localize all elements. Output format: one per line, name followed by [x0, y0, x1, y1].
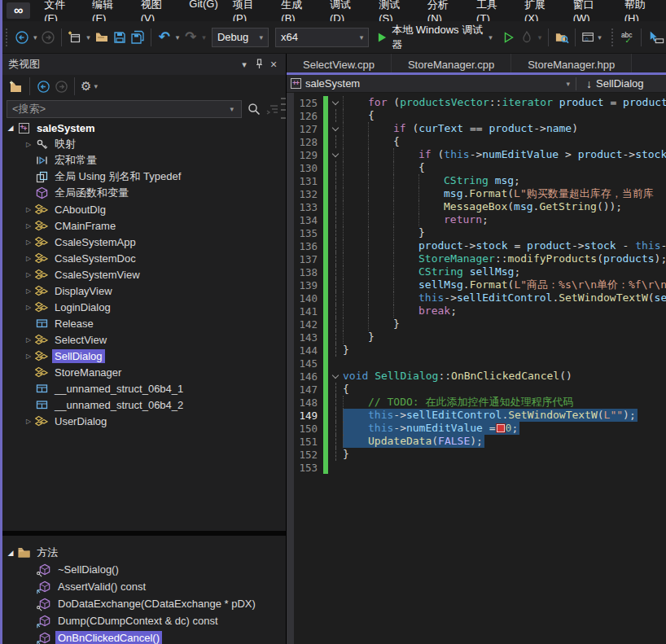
- code-line[interactable]: 138CString sellMsg;: [294, 265, 666, 278]
- code-line[interactable]: 144}: [294, 344, 666, 357]
- redo-button[interactable]: ↷: [182, 27, 199, 48]
- code-line[interactable]: 135}: [294, 226, 666, 239]
- toolbar-grip[interactable]: [6, 28, 9, 46]
- navigate-back-button[interactable]: [13, 27, 31, 48]
- code-line[interactable]: 132msg.Format(L"购买数量超出库存，当前库: [294, 187, 666, 200]
- code-line[interactable]: 143}: [294, 331, 666, 344]
- close-icon[interactable]: ×: [266, 58, 281, 71]
- expanded-arrow-icon[interactable]: ◢: [5, 549, 16, 557]
- tree-item[interactable]: 全局 Using 别名和 Typedef: [0, 169, 286, 185]
- undo-button[interactable]: ↶: [156, 27, 173, 48]
- method-item[interactable]: AssertValid() const: [0, 578, 286, 595]
- toolbar-grip[interactable]: [611, 28, 615, 46]
- code-line[interactable]: 139sellMsg.Format(L"商品：%s\r\n单价：%f\r\n: [294, 278, 666, 291]
- profiler-dropdown-caret[interactable]: ▾: [536, 33, 545, 42]
- start-debugging-button[interactable]: 本地 Windows 调试器 ▾: [377, 23, 495, 52]
- tree-item[interactable]: ▷SelectView: [0, 331, 286, 348]
- fold-chevron-icon[interactable]: [328, 148, 343, 161]
- open-file-button[interactable]: [93, 27, 111, 48]
- code-line[interactable]: 125for (productsVector::iterator product…: [294, 96, 666, 109]
- class-view-titlebar[interactable]: 类视图 ▾ ×: [0, 54, 286, 75]
- code-line[interactable]: 153: [294, 461, 666, 474]
- breakpoint-margin[interactable]: [287, 93, 294, 644]
- pointer-select-button[interactable]: [646, 27, 666, 48]
- code-line[interactable]: 149this->sellEditControl.SetWindowTextW(…: [294, 409, 666, 422]
- splitter-grip[interactable]: [281, 98, 286, 119]
- method-item[interactable]: Dump(CDumpContext & dc) const: [0, 612, 286, 629]
- tree-item[interactable]: ▷CsaleSystemApp: [0, 234, 286, 250]
- tree-item[interactable]: ▷UserDialog: [0, 413, 286, 429]
- collapsed-arrow-icon[interactable]: ▷: [23, 418, 34, 425]
- tree-item[interactable]: ▷CAboutDlg: [0, 201, 286, 217]
- collapsed-arrow-icon[interactable]: ▷: [23, 239, 34, 246]
- find-in-files-button[interactable]: [553, 27, 571, 48]
- pin-icon[interactable]: [252, 59, 266, 71]
- class-view-forward-button[interactable]: [52, 76, 70, 97]
- fold-chevron-icon[interactable]: [328, 96, 343, 109]
- search-button[interactable]: [245, 99, 263, 120]
- class-view-back-button[interactable]: [34, 76, 52, 97]
- code-line[interactable]: 151UpdateData(FALSE);: [294, 435, 666, 448]
- navigate-forward-button[interactable]: [39, 27, 57, 48]
- collapsed-arrow-icon[interactable]: ▷: [23, 141, 34, 148]
- solution-explorer-button[interactable]: ⌂ ▾: [580, 27, 606, 48]
- save-button[interactable]: [111, 27, 129, 48]
- collapsed-arrow-icon[interactable]: ▷: [23, 336, 34, 344]
- tree-item[interactable]: StoreManager: [0, 364, 286, 380]
- tree-item[interactable]: Release: [0, 315, 286, 331]
- solution-platform-combobox[interactable]: x64 ▾: [275, 28, 369, 47]
- tree-item[interactable]: ▷LoginDialog: [0, 299, 286, 315]
- collapsed-arrow-icon[interactable]: ▷: [23, 255, 34, 262]
- code-line[interactable]: 150this->numEditValue =0;: [294, 422, 666, 435]
- window-menu-icon[interactable]: ▾: [237, 59, 252, 70]
- start-without-debugging-button[interactable]: [500, 27, 518, 48]
- performance-profiler-button[interactable]: [518, 27, 536, 48]
- code-line[interactable]: 145: [294, 357, 666, 370]
- method-item[interactable]: OnBnClickedCancel(): [0, 629, 286, 644]
- code-line[interactable]: 136product->stock = product->stock - thi…: [294, 239, 666, 252]
- tree-item[interactable]: 全局函数和变量: [0, 185, 286, 201]
- code-line[interactable]: 128{: [294, 135, 666, 148]
- code-line[interactable]: 131CString msg;: [294, 174, 666, 187]
- code-line[interactable]: 130{: [294, 161, 666, 174]
- methods-header[interactable]: ◢方法: [0, 544, 286, 561]
- tree-item[interactable]: ▷CMainFrame: [0, 217, 286, 234]
- method-item[interactable]: ~SellDialog(): [0, 561, 286, 578]
- code-line[interactable]: 141break;: [294, 304, 666, 318]
- code-line[interactable]: 142}: [294, 318, 666, 331]
- new-project-dropdown-caret[interactable]: ▾: [84, 33, 93, 42]
- code-line[interactable]: 137StoreManager::modifyProducts(products…: [294, 252, 666, 265]
- code-line[interactable]: 152}: [294, 448, 666, 461]
- run-dropdown-caret[interactable]: ▾: [486, 33, 495, 42]
- tree-item[interactable]: ▷CsaleSystemDoc: [0, 250, 286, 266]
- code-line[interactable]: 147{: [294, 383, 666, 396]
- chevron-down-icon[interactable]: ▾: [227, 105, 236, 113]
- tree-item[interactable]: ◢++saleSystem: [0, 120, 286, 136]
- navbar-member-dropdown[interactable]: ↓ SellDialog: [580, 77, 666, 90]
- expanded-arrow-icon[interactable]: ◢: [5, 124, 16, 132]
- new-project-button[interactable]: [66, 27, 84, 48]
- redo-dropdown-caret[interactable]: ▾: [199, 33, 208, 42]
- fold-chevron-icon[interactable]: [328, 370, 343, 383]
- navbar-project-dropdown[interactable]: ++ saleSystem ▾: [287, 77, 572, 90]
- code-line[interactable]: 140this->sellEditControl.SetWindowTextW(…: [294, 291, 666, 304]
- code-line[interactable]: 146void SellDialog::OnBnClickedCancel(): [294, 370, 666, 383]
- tree-item[interactable]: __unnamed_struct_06b4_2: [0, 396, 286, 413]
- tree-item[interactable]: __unnamed_struct_06b4_1: [0, 380, 286, 396]
- save-all-button[interactable]: [129, 27, 147, 48]
- undo-dropdown-caret[interactable]: ▾: [173, 33, 182, 42]
- new-folder-button[interactable]: [7, 76, 25, 97]
- code-line[interactable]: 133MessageBox(msg.GetString());: [294, 200, 666, 213]
- class-view-settings-button[interactable]: ⚙ ▾: [79, 76, 102, 97]
- collapsed-arrow-icon[interactable]: ▷: [23, 222, 34, 230]
- method-item[interactable]: DoDataExchange(CDataExchange * pDX): [0, 595, 286, 612]
- spell-check-button[interactable]: abc✓: [619, 27, 638, 48]
- collapsed-arrow-icon[interactable]: ▷: [23, 287, 34, 295]
- code-editor[interactable]: 125for (productsVector::iterator product…: [287, 93, 666, 644]
- collapsed-arrow-icon[interactable]: ▷: [23, 353, 34, 360]
- tree-item[interactable]: ▷映射: [0, 136, 286, 152]
- tree-item[interactable]: 宏和常量: [0, 152, 286, 169]
- code-line[interactable]: 134return;: [294, 213, 666, 226]
- collapsed-arrow-icon[interactable]: ▷: [23, 271, 34, 278]
- solution-configuration-combobox[interactable]: Debug ▾: [212, 28, 269, 47]
